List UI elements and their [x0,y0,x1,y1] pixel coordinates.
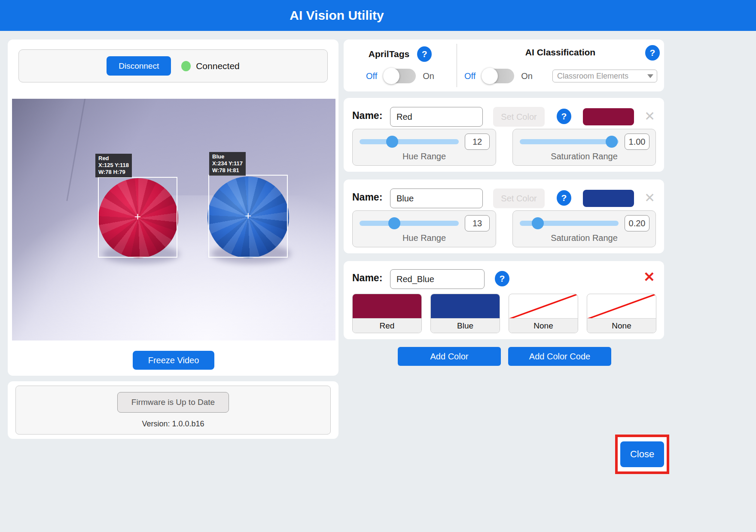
remove-color-icon[interactable]: ✕ [644,108,655,125]
saturation-range-panel: 0.20 Saturation Range [512,210,656,247]
color-code-help-icon[interactable]: ? [495,271,509,286]
blue-detection-box: + [208,175,288,258]
hue-range-label: Hue Range [353,152,496,161]
camera-feed[interactable]: + + Red X:125 Y:118 W:78 H:79 Blue X:234… [12,99,335,340]
name-label: Name: [352,110,382,122]
freeze-video-button[interactable]: Freeze Video [133,351,214,370]
add-color-button[interactable]: Add Color [398,347,501,366]
ai-vision-utility-window: AI Vision Utility Disconnect Connected +… [0,0,756,532]
connection-status: Connected [181,61,240,71]
firmware-card: Firmware is Up to Date Version: 1.0.0.b1… [8,381,338,439]
color-code-slot-3[interactable]: None [509,294,578,333]
ai-classification-section: AI Classification ? Off On Classroom Ele… [457,40,664,91]
hue-range-value: 12 [465,134,490,150]
saturation-range-label: Saturation Range [513,233,655,243]
connection-bar: Disconnect Connected [18,49,328,82]
apriltags-help-icon[interactable]: ? [417,46,432,62]
color-code-slot-4[interactable]: None [587,294,656,333]
add-color-code-button[interactable]: Add Color Code [508,347,611,366]
ai-model-dropdown[interactable]: Classroom Elements [552,70,657,82]
hue-range-panel: 13 Hue Range [352,210,496,247]
detection-name: Red [98,155,129,162]
detection-size: W:78 H:81 [212,167,243,174]
set-color-button: Set Color [493,107,545,127]
chevron-down-icon [647,74,653,78]
firmware-version-text: Version: 1.0.0.b16 [16,420,330,429]
detection-size: W:78 H:79 [98,169,129,176]
title-bar: AI Vision Utility [0,0,756,31]
name-label: Name: [352,272,382,284]
red-detection-label: Red X:125 Y:118 W:78 H:79 [95,154,132,177]
slider-track [360,221,459,226]
color-row-blue: Name: Set Color ? ✕ 13 Hue Range 0.20 [344,179,664,253]
detection-name: Blue [212,153,243,160]
set-color-button: Set Color [493,188,545,208]
slot-color [431,294,500,319]
slot-label: None [587,318,656,333]
slot-color [353,294,421,319]
blue-detection-label: Blue X:234 Y:117 W:78 H:81 [209,152,246,176]
toggle-knob [482,68,498,84]
none-diagonal-icon [509,294,578,319]
slider-track [360,139,459,144]
toggle-knob [383,68,399,84]
delete-color-code-icon[interactable]: ✕ [643,269,655,285]
ai-model-dropdown-value: Classroom Elements [557,72,628,81]
color-help-icon[interactable]: ? [557,109,571,124]
crosshair-icon: + [245,209,251,222]
hue-range-slider[interactable] [360,214,459,232]
apriltags-title: AprilTags [369,49,409,59]
color-swatch [583,190,634,207]
apriltags-section: AprilTags ? Off On [344,40,457,91]
saturation-range-slider[interactable] [520,133,619,151]
hue-range-slider[interactable] [360,133,459,151]
ai-classification-toggle[interactable] [482,69,514,83]
color-code-slot-1[interactable]: Red [352,294,422,333]
slider-thumb[interactable] [388,217,400,229]
saturation-range-panel: 1.00 Saturation Range [512,129,656,166]
camera-card: Disconnect Connected + + Red X:125 Y:1 [8,40,338,376]
color-name-input[interactable] [390,188,483,208]
close-button[interactable]: Close [620,441,664,467]
close-annotation-highlight: Close [615,435,669,474]
crosshair-icon: + [134,210,141,223]
detection-coords: X:234 Y:117 [212,160,243,167]
saturation-range-label: Saturation Range [513,152,655,161]
firmware-panel: Firmware is Up to Date Version: 1.0.0.b1… [15,386,331,435]
connected-indicator-icon [181,61,191,71]
connection-status-text: Connected [196,61,240,71]
ai-on-label: On [521,71,533,81]
color-row-red: Name: Set Color ? ✕ 12 Hue Range 1.00 [344,98,664,172]
apriltags-toggle[interactable] [384,69,416,83]
ai-classification-title: AI Classification [457,47,664,58]
none-diagonal-icon [587,294,656,319]
detection-modes-card: AprilTags ? Off On AI Classification ? O… [344,40,664,91]
ai-classification-help-icon[interactable]: ? [645,45,660,61]
slider-thumb[interactable] [532,217,544,229]
slider-thumb[interactable] [386,136,398,148]
disconnect-button[interactable]: Disconnect [107,56,171,76]
color-swatch [583,108,634,125]
color-code-row: Name: ? ✕ Red Blue None None [344,261,664,339]
page-title: AI Vision Utility [0,8,674,23]
slot-label: Blue [431,318,500,333]
saturation-range-value: 0.20 [625,215,649,231]
color-code-name-input[interactable] [390,269,485,289]
color-help-icon[interactable]: ? [557,190,571,206]
color-code-slot-2[interactable]: Blue [430,294,500,333]
hue-range-label: Hue Range [353,233,496,243]
color-name-input[interactable] [390,107,483,127]
slider-thumb[interactable] [606,136,618,148]
firmware-status-button[interactable]: Firmware is Up to Date [117,392,229,413]
name-label: Name: [352,192,382,203]
apriltags-on-label: On [423,71,434,81]
saturation-range-slider[interactable] [520,214,619,232]
red-detection-box: + [98,177,177,258]
slot-label: None [509,318,578,333]
detection-coords: X:125 Y:118 [98,162,129,169]
slider-track [520,139,619,144]
hue-range-panel: 12 Hue Range [352,129,496,166]
hue-range-value: 13 [465,215,490,231]
slot-label: Red [353,318,421,333]
remove-color-icon[interactable]: ✕ [644,190,655,206]
